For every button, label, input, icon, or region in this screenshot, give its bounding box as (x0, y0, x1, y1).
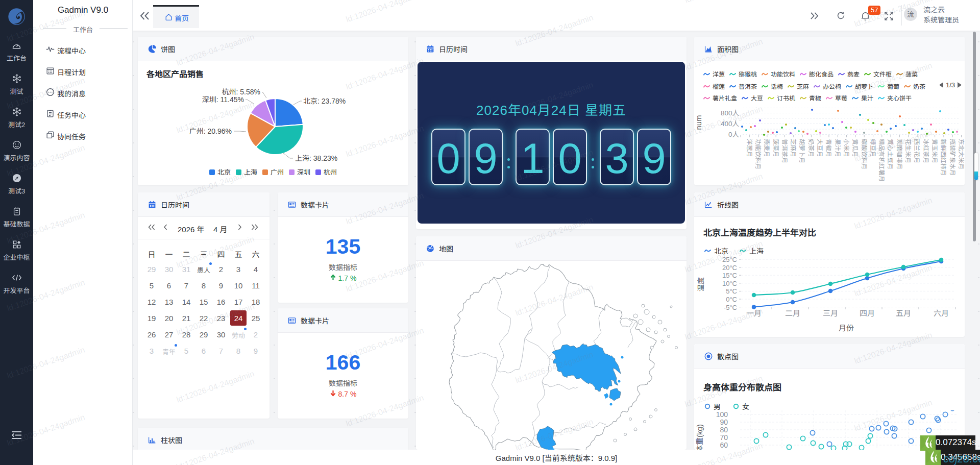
svg-text:花生米月: 花生米月 (904, 139, 912, 163)
svg-text:东北大米月: 东北大米月 (958, 139, 965, 169)
svg-text:黄心土豆月: 黄心土豆月 (887, 139, 894, 169)
svg-text:400人: 400人 (721, 120, 740, 128)
svg-text:杭州: 杭州 (324, 168, 337, 176)
svg-text:冰红茶月: 冰红茶月 (922, 139, 929, 163)
svg-text:二月: 二月 (785, 309, 800, 317)
svg-text:num: num (694, 115, 703, 130)
svg-text:燕麦月: 燕麦月 (763, 139, 770, 157)
svg-text:25°C: 25°C (722, 256, 737, 263)
svg-text:西兰花月: 西兰花月 (913, 139, 920, 163)
svg-text:黄玉米月: 黄玉米月 (931, 139, 938, 163)
svg-text:胡萝卜月: 胡萝卜月 (798, 139, 805, 163)
svg-text:碳酸饮料月: 碳酸饮料月 (861, 139, 868, 169)
svg-text:普洱茶月: 普洱茶月 (781, 139, 788, 163)
svg-text:绿豆月: 绿豆月 (869, 139, 876, 157)
svg-text:5°C: 5°C (726, 287, 737, 295)
svg-text:深圳: 深圳 (297, 168, 310, 176)
svg-text:80: 80 (720, 426, 728, 434)
svg-text:洋葱月: 洋葱月 (746, 139, 753, 157)
svg-text:三月: 三月 (823, 309, 838, 317)
svg-text:果汁月: 果汁月 (834, 139, 841, 157)
svg-text:黄瓜月: 黄瓜月 (851, 139, 859, 157)
svg-text:70: 70 (720, 433, 728, 442)
svg-text:大豆月: 大豆月 (816, 139, 823, 157)
svg-text:北京: 北京 (217, 168, 231, 176)
svg-text:一月: 一月 (746, 309, 762, 317)
svg-text:广州: 20.96%: 广州: 20.96% (189, 127, 232, 135)
svg-text:六月: 六月 (934, 309, 949, 317)
svg-text:四月: 四月 (860, 309, 875, 317)
svg-text:上海: 38.23%: 上海: 38.23% (295, 154, 337, 162)
svg-text:100: 100 (716, 410, 728, 419)
svg-text:温度: 温度 (697, 277, 705, 291)
svg-text:20°C: 20°C (722, 264, 737, 272)
svg-text:上海: 上海 (244, 168, 257, 176)
svg-text:800人: 800人 (721, 109, 740, 117)
svg-text:北京: 23.78%: 北京: 23.78% (303, 97, 346, 105)
svg-text:小米月: 小米月 (843, 139, 850, 157)
svg-text:-5°C: -5°C (724, 304, 737, 311)
svg-text:60: 60 (720, 441, 728, 449)
svg-text:0°C: 0°C (726, 296, 737, 303)
svg-text:15°C: 15°C (722, 272, 737, 279)
svg-text:10°C: 10°C (722, 280, 737, 287)
svg-text:月份: 月份 (839, 324, 854, 332)
svg-text:深圳: 11.45%: 深圳: 11.45% (202, 95, 244, 104)
svg-text:0人: 0人 (728, 131, 740, 138)
svg-text:功能饮料月: 功能饮料月 (754, 139, 762, 169)
svg-text:新鲜西红柿月: 新鲜西红柿月 (940, 139, 947, 176)
svg-text:广州: 广州 (271, 168, 284, 176)
svg-text:精品有机红薯月: 精品有机红薯月 (878, 139, 885, 182)
svg-text:青椒月: 青椒月 (825, 139, 832, 157)
svg-text:奶茶月: 奶茶月 (807, 139, 815, 157)
svg-text:90: 90 (720, 418, 728, 426)
svg-text:瓶装矿泉水月: 瓶装矿泉水月 (949, 139, 956, 176)
svg-text:体重(kg): 体重(kg) (695, 424, 704, 450)
svg-text:菠菜月: 菠菜月 (772, 139, 779, 157)
svg-text:芝麻月: 芝麻月 (790, 139, 797, 157)
svg-text:现磨咖啡月: 现磨咖啡月 (896, 139, 903, 169)
svg-text:五月: 五月 (896, 309, 911, 317)
svg-text:杭州: 5.58%: 杭州: 5.58% (222, 88, 260, 96)
